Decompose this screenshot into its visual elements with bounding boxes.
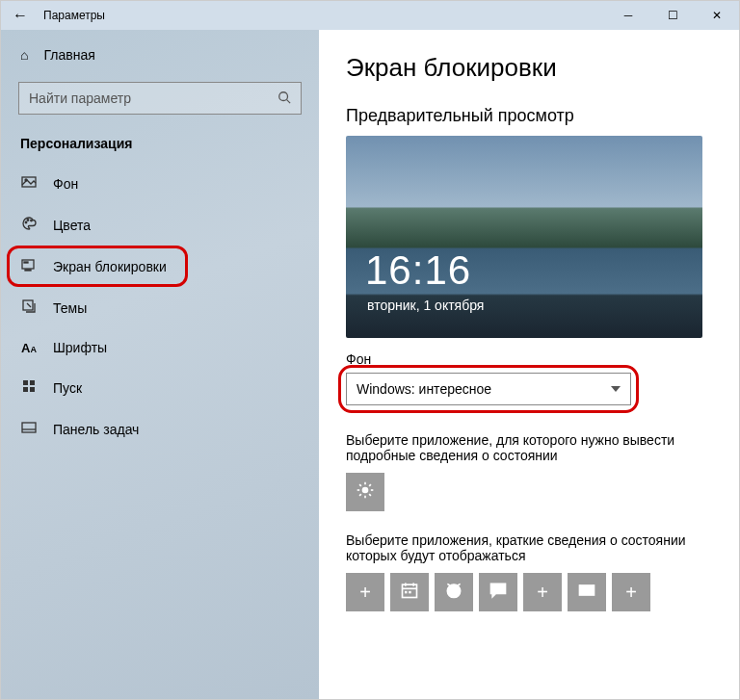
preview-date: вторник, 1 октября [367, 298, 484, 313]
background-dropdown[interactable]: Windows: интересное [346, 373, 631, 405]
search-input[interactable]: Найти параметр [18, 82, 302, 115]
quick-tile-mail[interactable] [568, 573, 606, 611]
sidebar: ⌂ Главная Найти параметр Персонализация … [1, 30, 319, 699]
themes-icon [20, 298, 38, 317]
svg-line-11 [27, 303, 31, 307]
palette-icon [20, 216, 38, 234]
svg-point-0 [279, 91, 288, 100]
sidebar-section-title: Персонализация [1, 130, 319, 163]
plus-icon: + [537, 582, 548, 604]
detailed-status-label: Выберите приложение, для которого нужно … [346, 432, 712, 463]
sidebar-item-taskbar[interactable]: Панель задач [1, 408, 319, 450]
sidebar-home[interactable]: ⌂ Главная [1, 39, 319, 70]
preview-heading: Предварительный просмотр [346, 106, 712, 126]
quick-tile-add[interactable]: + [612, 573, 650, 611]
page-title: Экран блокировки [346, 53, 712, 83]
svg-line-24 [369, 494, 371, 496]
quick-tile-add[interactable]: + [523, 573, 562, 611]
calendar-icon [400, 581, 419, 605]
svg-rect-16 [22, 423, 36, 432]
svg-rect-14 [23, 387, 28, 392]
svg-point-18 [362, 486, 369, 493]
sidebar-item-label: Шрифты [53, 340, 107, 355]
svg-rect-13 [30, 380, 35, 385]
sidebar-item-themes[interactable]: Темы [1, 287, 319, 328]
search-placeholder: Найти параметр [29, 91, 131, 106]
quick-tile-calendar[interactable] [390, 573, 429, 611]
start-icon [20, 378, 38, 397]
picture-icon [20, 174, 38, 193]
back-button[interactable]: ← [1, 7, 40, 24]
quick-tile-add[interactable]: + [346, 573, 384, 611]
minimize-button[interactable]: ─ [606, 1, 650, 30]
svg-line-23 [359, 484, 361, 486]
quick-status-tiles: + + + [346, 573, 712, 611]
svg-rect-12 [23, 380, 28, 385]
svg-point-6 [31, 220, 33, 221]
alarm-icon [444, 581, 463, 605]
lockscreen-icon [20, 257, 38, 275]
svg-point-5 [27, 220, 29, 221]
svg-line-25 [359, 494, 361, 496]
close-button[interactable]: ✕ [695, 1, 739, 30]
sidebar-item-label: Цвета [53, 218, 91, 233]
svg-rect-31 [405, 590, 408, 593]
home-icon: ⌂ [20, 47, 28, 63]
sidebar-item-fonts[interactable]: AA Шрифты [1, 328, 319, 367]
sidebar-item-label: Темы [53, 300, 87, 316]
maximize-button[interactable]: ☐ [650, 1, 695, 30]
svg-point-3 [25, 179, 27, 181]
sidebar-item-background[interactable]: Фон [1, 163, 319, 204]
background-label: Фон [346, 351, 712, 367]
svg-line-37 [458, 583, 461, 585]
chat-icon [489, 581, 508, 605]
plus-icon: + [359, 582, 371, 604]
sidebar-item-colors[interactable]: Цвета [1, 204, 319, 246]
svg-rect-15 [30, 387, 35, 392]
sidebar-item-label: Фон [53, 176, 78, 192]
sidebar-item-label: Панель задач [53, 422, 139, 437]
svg-point-4 [25, 221, 27, 223]
titlebar: ← Параметры ─ ☐ ✕ [1, 1, 739, 30]
plus-icon: + [625, 582, 637, 604]
sidebar-item-start[interactable]: Пуск [1, 367, 319, 408]
quick-tile-alarms[interactable] [435, 573, 473, 611]
search-icon [278, 91, 291, 107]
quick-status-label: Выберите приложения, краткие сведения о … [346, 532, 712, 563]
svg-rect-8 [25, 270, 31, 271]
svg-line-1 [287, 99, 291, 103]
dropdown-value: Windows: интересное [357, 381, 491, 397]
sidebar-item-label: Экран блокировки [53, 259, 167, 274]
taskbar-icon [20, 420, 38, 438]
svg-rect-10 [23, 300, 33, 310]
svg-rect-32 [409, 590, 411, 593]
lockscreen-preview: 16:16 вторник, 1 октября [346, 136, 702, 338]
mail-icon [577, 581, 596, 605]
preview-time: 16:16 [365, 247, 471, 294]
svg-line-36 [447, 583, 450, 585]
svg-line-26 [369, 484, 371, 486]
main-content: Экран блокировки Предварительный просмот… [319, 30, 739, 699]
svg-rect-9 [24, 262, 28, 263]
chevron-down-icon [611, 386, 621, 392]
window-title: Параметры [43, 9, 105, 22]
quick-tile-messaging[interactable] [479, 573, 517, 611]
sidebar-home-label: Главная [43, 47, 94, 63]
fonts-icon: AA [20, 341, 38, 355]
sidebar-item-label: Пуск [53, 380, 82, 396]
detailed-app-tile[interactable] [346, 473, 384, 511]
sidebar-item-lockscreen[interactable]: Экран блокировки [1, 246, 319, 287]
weather-icon [356, 480, 375, 505]
